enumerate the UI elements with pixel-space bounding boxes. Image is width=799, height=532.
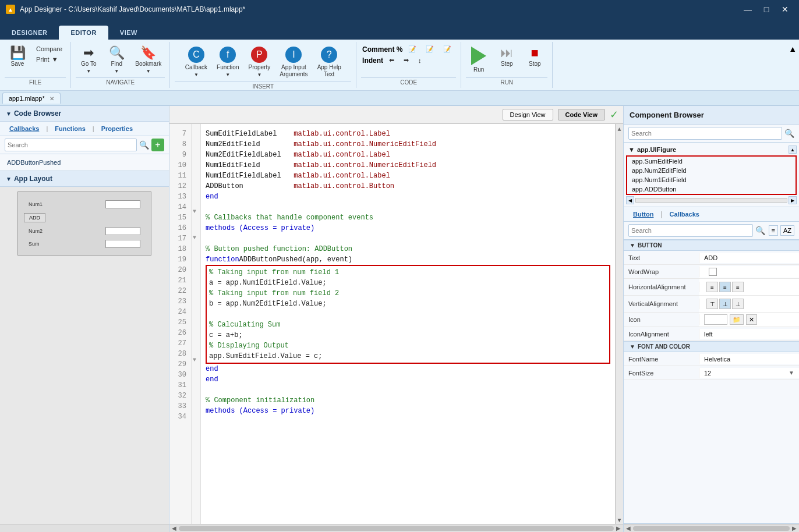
compare-button[interactable]: Compare: [33, 44, 66, 54]
valign-middle-btn[interactable]: ⊥: [719, 299, 731, 309]
prop-value-iconalignment[interactable]: left: [699, 329, 799, 339]
props-tab-button[interactable]: Button: [628, 210, 658, 219]
app-help-button[interactable]: ? App HelpText: [314, 44, 345, 80]
rp-hscroll-thumb[interactable]: [633, 526, 790, 531]
bookmark-button[interactable]: 🔖 Bookmark ▼: [132, 44, 165, 76]
code-vscroll[interactable]: ▲ ▼: [615, 124, 623, 524]
fontsize-dropdown-icon[interactable]: ▼: [789, 370, 794, 376]
tab-view[interactable]: VIEW: [108, 26, 149, 40]
add-callback-button[interactable]: +: [151, 139, 164, 151]
halign-left-btn[interactable]: ≡: [706, 282, 718, 292]
design-view-button[interactable]: Design View: [503, 109, 553, 120]
ribbon-section-code: Comment % 📝 📝 📝 Indent ⬅ ➡ ↕ CODE: [356, 42, 461, 88]
file-tab-close-icon[interactable]: ✕: [50, 95, 54, 102]
prop-key-valign: VerticalAlignment: [624, 299, 699, 309]
file-tab-bar: app1.mlapp* ✕: [0, 91, 799, 106]
comment-btn1[interactable]: 📝: [405, 44, 420, 54]
scroll-down-arrow[interactable]: ▼: [617, 517, 621, 524]
tab-functions[interactable]: Functions: [50, 124, 90, 133]
comp-item-sumeditfield[interactable]: app.SumEditField: [627, 157, 796, 166]
hscroll-thumb[interactable]: [179, 526, 614, 531]
tree-right-arrow[interactable]: ▶: [789, 196, 797, 204]
wordwrap-checkbox[interactable]: [709, 268, 717, 276]
icon-browse-button[interactable]: 📁: [730, 314, 744, 325]
valign-bottom-btn[interactable]: ⊥: [732, 299, 744, 309]
ok-indicator: ✓: [610, 108, 618, 121]
props-list-view-button[interactable]: ≡: [769, 225, 778, 236]
left-panel-hscroll[interactable]: [0, 524, 169, 532]
fontsize-value[interactable]: 12: [704, 370, 711, 377]
prop-row-fontsize: FontSize 12 ▼: [624, 366, 799, 380]
prop-value-fontname[interactable]: Helvetica: [699, 354, 799, 364]
ribbon-expand-button[interactable]: ▲: [789, 44, 797, 54]
callback-item-add[interactable]: ADDButtonPushed: [0, 157, 169, 168]
comp-item-num1editfield[interactable]: app.Num1EditField: [627, 175, 796, 185]
prop-row-halign: HorizontalAlignment ≡ ≡ ≡: [624, 279, 799, 296]
close-button[interactable]: ✕: [777, 2, 793, 16]
valign-top-btn[interactable]: ⊤: [706, 299, 718, 309]
props-search-input[interactable]: [628, 224, 753, 237]
code-browser-search-input[interactable]: [5, 139, 137, 151]
props-search-button[interactable]: 🔍: [755, 226, 765, 235]
comp-item-addbutton[interactable]: app.ADDButton: [627, 185, 796, 194]
code-view-button[interactable]: Code View: [558, 109, 605, 120]
save-label: Save: [11, 61, 24, 68]
halign-center-btn[interactable]: ≡: [719, 282, 731, 292]
rp-hscroll-left[interactable]: ◀: [626, 525, 631, 531]
comment-btn2[interactable]: 📝: [422, 44, 437, 54]
file-tab-app1[interactable]: app1.mlapp* ✕: [2, 93, 61, 104]
callback-button[interactable]: C Callback ▼: [182, 44, 211, 80]
scroll-up-arrow[interactable]: ▲: [617, 126, 621, 133]
prop-row-valign: VerticalAlignment ⊤ ⊥ ⊥: [624, 296, 799, 313]
code-content[interactable]: 7 8 9 10 11 12 13 14 15 16 17 18 19 20: [169, 124, 623, 524]
hscroll-right-arrow[interactable]: ▶: [616, 525, 621, 531]
prop-value-fontsize: 12 ▼: [699, 368, 799, 378]
component-search-button[interactable]: 🔍: [784, 129, 794, 138]
icon-clear-button[interactable]: ✕: [746, 314, 757, 325]
tree-scroll-up[interactable]: ▲: [789, 146, 797, 154]
ribbon-run-items: Run ⏭ Step ■ Stop: [466, 44, 547, 76]
run-button[interactable]: Run: [466, 44, 492, 76]
indent-btn3[interactable]: ↕: [415, 56, 425, 65]
print-button[interactable]: Print ▼: [33, 55, 66, 64]
rp-hscroll-right[interactable]: ▶: [792, 525, 797, 531]
tree-left-arrow[interactable]: ◀: [626, 196, 634, 204]
tree-hscroll-thumb[interactable]: [635, 198, 787, 203]
app-help-icon: ?: [321, 47, 337, 63]
maximize-button[interactable]: □: [758, 2, 775, 16]
prop-key-halign: HorizontalAlignment: [624, 282, 699, 292]
indent-btn1[interactable]: ⬅: [386, 55, 398, 65]
prop-value-text[interactable]: ADD: [699, 253, 799, 263]
tree-root-uifigure[interactable]: ▼ app.UIFigure: [624, 145, 681, 154]
code-text-area[interactable]: SumEditFieldLabel matlab.ui.control.Labe…: [201, 124, 615, 524]
minimize-button[interactable]: —: [740, 2, 756, 16]
highlighted-code-block: % Taking input from num field 1 a = app.…: [206, 265, 610, 364]
props-alpha-sort-button[interactable]: AZ: [780, 225, 794, 236]
insert-section-label: INSERT: [175, 81, 351, 90]
find-button[interactable]: 🔍 Find ▼: [104, 44, 129, 76]
right-panel-hscroll[interactable]: ◀ ▶: [624, 524, 799, 532]
app-input-button[interactable]: I App InputArguments: [276, 44, 311, 80]
indent-btn2[interactable]: ➡: [400, 55, 412, 65]
tab-designer[interactable]: DESIGNER: [0, 26, 59, 40]
prop-value-icon: 📁 ✕: [699, 313, 799, 327]
component-search-input[interactable]: [628, 127, 782, 140]
property-button[interactable]: P Property ▼: [245, 44, 274, 80]
function-button[interactable]: f Function ▼: [213, 44, 242, 80]
code-hscroll[interactable]: ◀ ▶: [169, 524, 623, 532]
tab-editor[interactable]: EDITOR: [59, 26, 108, 40]
save-icon: 💾: [10, 47, 26, 59]
tab-properties[interactable]: Properties: [97, 124, 137, 133]
comment-btn3[interactable]: 📝: [440, 44, 455, 54]
halign-right-btn[interactable]: ≡: [732, 282, 744, 292]
code-browser-search-button[interactable]: 🔍: [139, 140, 149, 150]
step-button[interactable]: ⏭ Step: [494, 44, 519, 70]
tab-callbacks[interactable]: Callbacks: [5, 124, 44, 133]
save-button[interactable]: 💾 Save: [5, 44, 30, 70]
comp-item-num2editfield[interactable]: app.Num2EditField: [627, 166, 796, 175]
props-tab-callbacks[interactable]: Callbacks: [665, 210, 704, 219]
code-browser-chevron: ▼: [6, 111, 12, 117]
hscroll-left-arrow[interactable]: ◀: [172, 525, 176, 531]
stop-button[interactable]: ■ Stop: [522, 44, 547, 70]
goto-button[interactable]: ➡ Go To ▼: [76, 44, 101, 76]
